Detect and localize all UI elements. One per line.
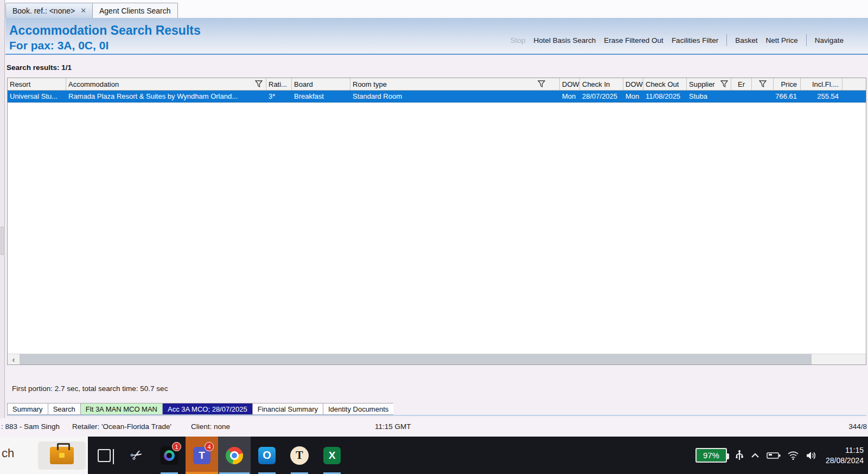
taskbar-search-text: ch [2, 446, 14, 460]
erase-filtered-out-button[interactable]: Erase Filtered Out [604, 36, 663, 44]
webex-button[interactable]: 1 [153, 437, 186, 474]
column-header-price[interactable]: Price [774, 78, 801, 90]
column-header-board[interactable]: Board [292, 78, 350, 90]
column-header-supplier[interactable]: Supplier [687, 78, 731, 90]
status-gmt-time: 11:15 GMT [375, 422, 411, 431]
battery-percent-badge[interactable]: 97% [695, 448, 727, 463]
cell-check-in: 28/07/2025 [580, 91, 623, 102]
cell-filter-only [752, 91, 774, 102]
column-header-check-out[interactable]: Check Out [643, 78, 687, 90]
tab-identity-documents[interactable]: Identity Documents [323, 403, 393, 415]
cell-dow-in: Mon [560, 91, 580, 102]
horizontal-scrollbar[interactable]: ‹ [8, 354, 866, 364]
scrollbar-thumb[interactable] [20, 354, 812, 364]
snipping-tool-button[interactable]: ✂ [120, 437, 153, 474]
webex-notification-badge: 1 [172, 442, 181, 451]
speaker-icon[interactable] [806, 451, 816, 460]
search-suggestion-tile[interactable] [38, 441, 86, 470]
filter-funnel-icon[interactable] [538, 80, 545, 87]
page-title: Accommodation Search Results [9, 23, 201, 39]
cell-price: 766.61 [774, 91, 801, 102]
briefcase-icon [50, 447, 74, 464]
page-subtitle: For pax: 3A, 0C, 0I [9, 39, 201, 53]
panel-splitter-handle[interactable] [1, 227, 4, 255]
filter-funnel-icon[interactable] [255, 80, 263, 87]
close-icon[interactable]: ✕ [80, 7, 86, 15]
cell-rating: 3* [266, 91, 292, 102]
column-header-check-in[interactable]: Check In [580, 78, 623, 90]
bottom-tabbar-filler [393, 403, 866, 415]
results-grid: Resort Accommodation Rati... Board Room … [7, 78, 866, 365]
column-header-rating[interactable]: Rati... [266, 78, 292, 90]
battery-plug-icon[interactable] [767, 452, 781, 459]
tramada-button[interactable]: T [283, 437, 316, 474]
taskbar-time: 11:15 [826, 445, 864, 456]
toolbar-separator [726, 34, 727, 46]
document-tabbar: Book. ref.: <none> ✕ Agent Clients Searc… [5, 0, 868, 18]
status-retailer: Retailer: 'Ocean-Florida Trade' [72, 422, 171, 431]
tab-agent-clients-search[interactable]: Agent Clients Search [92, 3, 178, 18]
header-band: Accommodation Search Results For pax: 3A… [5, 18, 868, 55]
table-row-selected[interactable]: Universal Stu... Ramada Plaza Resort & S… [8, 91, 866, 103]
teams-button[interactable]: T 4 [186, 437, 218, 474]
cell-dow-out: Mon [623, 91, 643, 102]
taskbar-clock[interactable]: 11:15 28/08/2024 [826, 445, 864, 466]
taskbar-date: 28/08/2024 [826, 456, 864, 466]
cell-er [731, 91, 752, 102]
left-panel-edge [0, 0, 5, 437]
tab-search[interactable]: Search [48, 403, 80, 415]
column-header-accommodation[interactable]: Accommodation [66, 78, 266, 90]
grid-header-row: Resort Accommodation Rati... Board Room … [8, 78, 866, 91]
cell-room-type: Standard Room [350, 91, 560, 102]
search-timing-text: First portion: 2.7 sec, total search tim… [12, 385, 168, 393]
page-title-block: Accommodation Search Results For pax: 3A… [9, 23, 201, 53]
cell-check-out: 11/08/2025 [643, 91, 687, 102]
navigate-button[interactable]: Navigate [815, 36, 844, 44]
grid-empty-body [8, 103, 866, 338]
cell-board: Breakfast [292, 91, 350, 102]
tab-financial-summary[interactable]: Financial Summary [252, 403, 323, 415]
cell-resort: Universal Stu... [8, 91, 66, 102]
cell-supplier: Stuba [687, 91, 731, 102]
stop-button: Stop [510, 36, 526, 44]
chrome-button[interactable] [218, 437, 251, 474]
scroll-left-arrow-icon[interactable]: ‹ [8, 354, 20, 364]
column-header-dow-in[interactable]: DOW [560, 78, 580, 90]
nett-price-button[interactable]: Nett Price [765, 36, 797, 44]
chevron-up-icon[interactable] [751, 453, 760, 458]
filter-funnel-icon[interactable] [720, 80, 728, 87]
facilities-filter-button[interactable]: Facilities Filter [672, 36, 718, 44]
tab-booking-ref-label: Book. ref.: <none> [12, 7, 75, 15]
tab-summary[interactable]: Summary [7, 403, 48, 415]
tab-acc-3a-mco-active[interactable]: Acc 3A MCO; 28/07/2025 [162, 403, 252, 415]
bottom-tabbar: Summary Search Flt 3A MAN MCO MAN Acc 3A… [7, 403, 866, 416]
tab-flight-3a-man-mco-man[interactable]: Flt 3A MAN MCO MAN [80, 403, 162, 415]
column-header-filter-only[interactable] [752, 78, 774, 90]
hotel-basis-search-button[interactable]: Hotel Basis Search [534, 36, 596, 44]
task-view-button[interactable] [88, 437, 120, 474]
status-user: : 883 - Sam Singh [1, 422, 60, 431]
search-results-count: Search results: 1/1 [7, 63, 72, 72]
tab-booking-ref[interactable]: Book. ref.: <none> ✕ [5, 3, 93, 18]
toolbar: Stop Hotel Basis Search Erase Filtered O… [510, 34, 844, 46]
column-header-room-type[interactable]: Room type [350, 78, 560, 90]
teams-notification-badge: 4 [205, 442, 214, 451]
status-client: Client: none [191, 422, 230, 431]
filter-funnel-icon[interactable] [759, 80, 767, 87]
column-header-er[interactable]: Er [731, 78, 752, 90]
toolbar-separator [806, 34, 807, 46]
usb-plug-icon[interactable] [735, 450, 744, 461]
status-bar: : 883 - Sam Singh Retailer: 'Ocean-Flori… [0, 418, 868, 437]
column-header-resort[interactable]: Resort [8, 78, 66, 90]
column-header-incl-fl[interactable]: Incl.Fl.... [801, 78, 843, 90]
column-header-filler [843, 78, 866, 90]
app-window: Book. ref.: <none> ✕ Agent Clients Searc… [0, 0, 868, 437]
wifi-icon[interactable] [788, 451, 799, 460]
excel-button[interactable]: X [316, 437, 348, 474]
windows-taskbar: ch ✂ 1 T 4 [0, 437, 868, 474]
basket-button[interactable]: Basket [735, 36, 757, 44]
outlook-button[interactable]: O [251, 437, 283, 474]
taskbar-search-box[interactable]: ch [0, 437, 88, 474]
taskbar-app-icons: ✂ 1 T 4 O T [88, 437, 348, 474]
column-header-dow-out[interactable]: DOW [623, 78, 643, 90]
